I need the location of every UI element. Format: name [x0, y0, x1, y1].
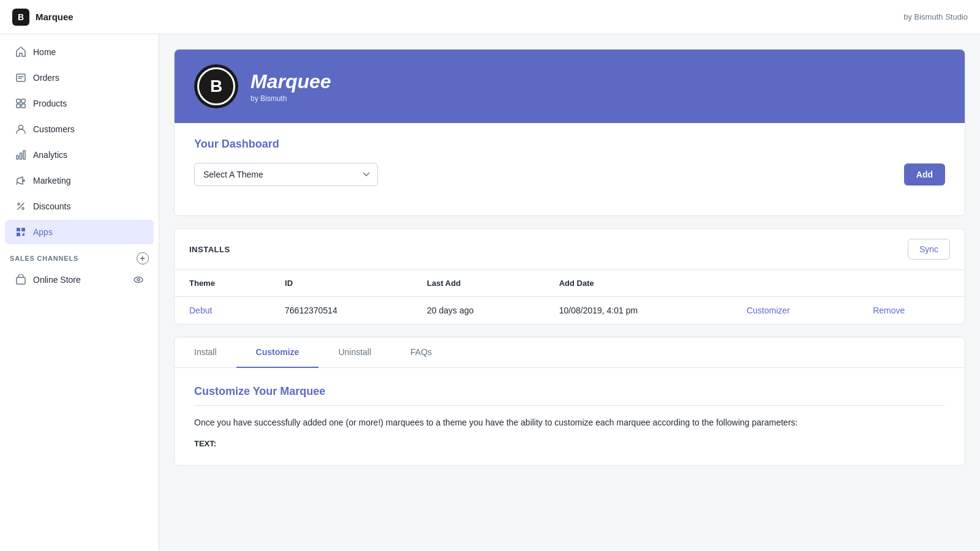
svg-rect-12: [21, 228, 25, 231]
app-title: Marquee: [251, 70, 331, 93]
app-title-block: Marquee by Bismuth: [251, 70, 331, 103]
topbar: B Marquee by Bismuth Studio: [0, 0, 980, 34]
app-header: B Marquee by Bismuth: [175, 50, 965, 123]
tabs-header: Install Customize Uninstall FAQs: [175, 337, 965, 368]
sidebar-label-products: Products: [33, 99, 67, 108]
sidebar-item-customers[interactable]: Customers: [5, 117, 154, 141]
sidebar-item-products[interactable]: Products: [5, 91, 154, 116]
svg-rect-2: [21, 99, 25, 103]
customers-icon: [15, 123, 27, 135]
sidebar-item-analytics[interactable]: Analytics: [5, 143, 154, 167]
analytics-icon: [15, 149, 27, 161]
app-body: Your Dashboard Select A Theme Add: [175, 123, 965, 216]
col-theme: Theme: [175, 270, 270, 297]
svg-rect-13: [17, 233, 20, 236]
sidebar-label-marketing: Marketing: [33, 176, 70, 186]
svg-point-10: [22, 208, 24, 209]
app-card: B Marquee by Bismuth Your Dashboard Sele…: [174, 49, 965, 216]
customize-title: Customize Your Marquee: [194, 385, 945, 406]
app-logo-inner: B: [197, 67, 235, 105]
sidebar-item-orders[interactable]: Orders: [5, 66, 154, 90]
sidebar-label-discounts: Discounts: [33, 201, 70, 211]
sidebar-item-apps[interactable]: Apps: [5, 220, 154, 244]
col-action1: [732, 270, 858, 297]
text-label: TEXT:: [194, 439, 945, 448]
tab-customize[interactable]: Customize: [236, 337, 319, 368]
sidebar: Home Orders Products: [0, 34, 159, 551]
home-icon: [15, 46, 27, 58]
svg-rect-15: [17, 277, 25, 284]
theme-link[interactable]: Debut: [189, 305, 212, 315]
installs-card: INSTALLS Sync Theme ID Last Add Add Date: [174, 228, 965, 324]
theme-row: Select A Theme Add: [194, 163, 945, 186]
sidebar-label-apps: Apps: [33, 227, 53, 237]
svg-rect-3: [17, 104, 20, 108]
add-button[interactable]: Add: [904, 163, 945, 186]
customize-desc: Once you have successfully added one (or…: [194, 416, 945, 429]
add-sales-channel-button[interactable]: +: [137, 252, 149, 264]
topbar-title: Marquee: [36, 12, 897, 22]
svg-point-17: [137, 279, 140, 281]
row-last-add: 20 days ago: [412, 297, 545, 324]
installs-header: INSTALLS Sync: [175, 229, 965, 270]
discounts-icon: [15, 200, 27, 212]
sidebar-label-orders: Orders: [33, 73, 59, 83]
dashboard-label: Your Dashboard: [194, 138, 945, 151]
col-action2: [858, 270, 965, 297]
svg-rect-1: [17, 99, 20, 103]
row-add-date: 10/08/2019, 4:01 pm: [545, 297, 732, 324]
row-id: 76612370514: [270, 297, 412, 324]
tab-content: Customize Your Marquee Once you have suc…: [175, 368, 965, 465]
svg-rect-8: [23, 151, 25, 159]
sidebar-label-home: Home: [33, 47, 56, 57]
marketing-icon: [15, 174, 27, 187]
tab-uninstall[interactable]: Uninstall: [318, 337, 391, 368]
topbar-logo: B: [12, 9, 29, 26]
main-content: B Marquee by Bismuth Your Dashboard Sele…: [159, 34, 980, 551]
svg-point-16: [134, 277, 143, 283]
col-last-add: Last Add: [412, 270, 545, 297]
eye-icon: [133, 274, 144, 285]
online-store-icon: [15, 274, 27, 286]
col-id: ID: [270, 270, 412, 297]
svg-rect-7: [20, 153, 22, 159]
online-store-label: Online Store: [33, 275, 81, 285]
tab-install[interactable]: Install: [175, 337, 236, 368]
sidebar-label-analytics: Analytics: [33, 150, 67, 160]
svg-rect-11: [17, 228, 20, 231]
products-icon: [15, 97, 27, 110]
apps-icon: [15, 226, 27, 238]
installs-table: Theme ID Last Add Add Date Debut 7661237…: [175, 270, 965, 324]
app-logo: B: [194, 64, 238, 108]
svg-rect-4: [21, 104, 25, 108]
sales-channels-section: SALES CHANNELS +: [0, 245, 159, 267]
topbar-by: by Bismuth Studio: [903, 12, 968, 21]
installs-label: INSTALLS: [189, 245, 230, 254]
tabs-card: Install Customize Uninstall FAQs Customi…: [174, 337, 965, 466]
sidebar-item-discounts[interactable]: Discounts: [5, 194, 154, 219]
svg-point-9: [18, 203, 20, 205]
sidebar-item-online-store[interactable]: Online Store: [5, 268, 154, 292]
sync-button[interactable]: Sync: [908, 239, 950, 260]
orders-icon: [15, 72, 27, 84]
table-row: Debut 76612370514 20 days ago 10/08/2019…: [175, 297, 965, 324]
sidebar-item-marketing[interactable]: Marketing: [5, 168, 154, 193]
remove-link[interactable]: Remove: [873, 305, 905, 315]
theme-select[interactable]: Select A Theme: [194, 163, 378, 186]
app-subtitle: by Bismuth: [251, 94, 331, 103]
svg-rect-0: [17, 74, 25, 81]
svg-rect-6: [17, 156, 18, 159]
tab-faqs[interactable]: FAQs: [391, 337, 451, 368]
col-add-date: Add Date: [545, 270, 732, 297]
sidebar-label-customers: Customers: [33, 124, 75, 134]
customizer-link[interactable]: Customizer: [747, 305, 790, 315]
sidebar-item-home[interactable]: Home: [5, 40, 154, 64]
